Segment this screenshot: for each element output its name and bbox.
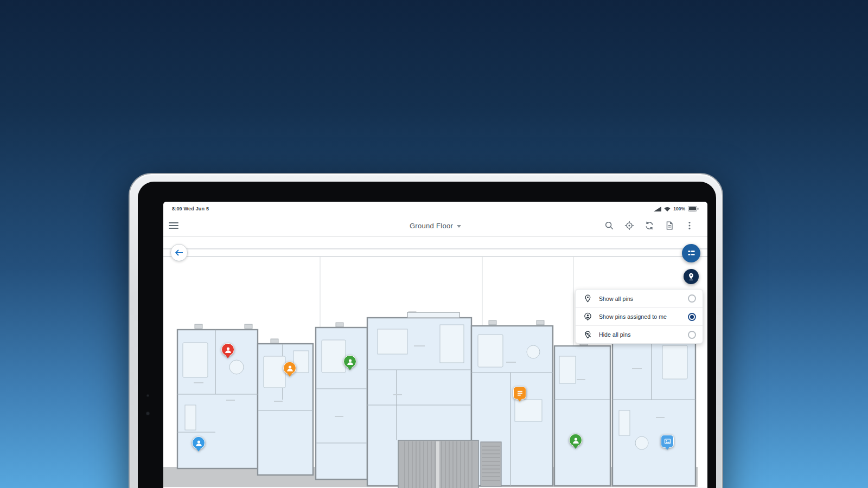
pin-person[interactable]	[343, 355, 356, 370]
radio-pins-assigned-to-me[interactable]	[688, 313, 696, 321]
pin-visibility-menu: Show all pins Show pins assigned to me	[575, 289, 703, 344]
app-bar: Ground Floor	[163, 215, 707, 237]
back-arrow-icon	[175, 249, 183, 256]
chevron-down-icon[interactable]	[457, 225, 461, 228]
menu-item-hide-all-pins[interactable]: Hide all pins	[576, 325, 703, 343]
status-bar: 8:09 Wed Jun 5 100%	[163, 202, 707, 215]
pin-icon	[583, 294, 592, 303]
person-pin-icon	[583, 312, 592, 322]
pin-off-icon	[583, 330, 592, 339]
document-icon[interactable]	[665, 221, 674, 230]
battery-icon	[688, 206, 699, 211]
floorplan-canvas[interactable]: Show all pins Show pins assigned to me	[163, 237, 707, 488]
pin-visibility-button[interactable]	[684, 269, 699, 284]
back-button[interactable]	[170, 244, 188, 261]
target-icon[interactable]	[624, 221, 634, 230]
pin-person[interactable]	[283, 362, 296, 377]
front-camera-icon	[146, 394, 149, 397]
pin-note[interactable]	[513, 387, 526, 402]
pin-person[interactable]	[221, 343, 234, 358]
sync-icon[interactable]	[644, 221, 654, 230]
wifi-icon	[664, 207, 671, 211]
tablet-bezel: 8:09 Wed Jun 5 100% Ground Floor	[138, 182, 716, 488]
menu-label: Show all pins	[599, 296, 688, 302]
map-pin-icon	[687, 272, 695, 281]
menu-label: Show pins assigned to me	[599, 313, 688, 320]
menu-icon[interactable]	[169, 221, 178, 230]
battery-percent: 100%	[673, 206, 685, 211]
menu-label: Hide all pins	[599, 331, 688, 338]
pin-person[interactable]	[569, 434, 582, 449]
status-time-date: 8:09 Wed Jun 5	[172, 206, 209, 211]
pin-person[interactable]	[192, 436, 205, 452]
search-icon[interactable]	[604, 221, 614, 230]
legend-icon	[687, 249, 696, 258]
menu-item-pins-assigned-to-me[interactable]: Show pins assigned to me	[576, 307, 703, 325]
sheet-title[interactable]: Ground Floor	[410, 222, 453, 230]
radio-show-all-pins[interactable]	[688, 294, 696, 303]
floorplan-drawing	[163, 237, 707, 488]
tablet-device: 8:09 Wed Jun 5 100% Ground Floor	[129, 173, 723, 488]
radio-hide-all-pins[interactable]	[688, 331, 696, 339]
menu-item-show-all-pins[interactable]: Show all pins	[576, 290, 703, 307]
overflow-menu-icon[interactable]	[685, 221, 694, 230]
front-camera-lens-icon	[146, 412, 150, 415]
pin-photo[interactable]	[661, 435, 674, 450]
sheet-legend-button[interactable]	[682, 244, 700, 262]
tablet-screen: 8:09 Wed Jun 5 100% Ground Floor	[163, 202, 707, 488]
cellular-signal-icon	[654, 207, 661, 211]
